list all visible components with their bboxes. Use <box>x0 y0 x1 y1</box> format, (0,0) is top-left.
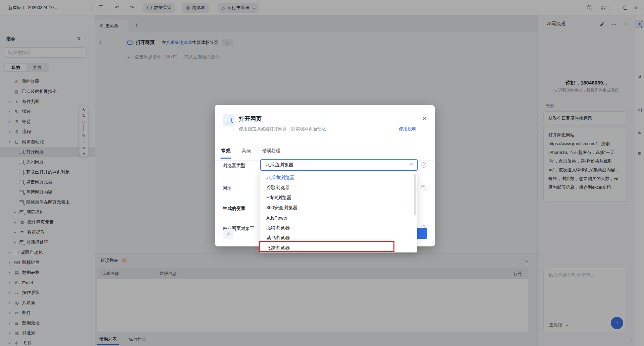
resize-handle[interactable]: ⋰ <box>429 241 433 246</box>
annotation-highlight-box <box>259 241 394 252</box>
dropdown-scrollbar[interactable] <box>414 174 416 215</box>
dropdown-option-1[interactable]: 八爪鱼浏览器 <box>260 173 417 183</box>
usage-help-link[interactable]: 使用说明 <box>399 126 416 132</box>
chevron-up-icon <box>410 163 413 167</box>
favorite-star-button[interactable]: ☆ <box>223 229 233 239</box>
browser-type-label: 浏览器类型 <box>223 163 246 169</box>
dialog-title: 打开网页 <box>239 115 262 123</box>
dropdown-option-6[interactable]: 比特浏览器 <box>260 223 417 233</box>
tab-error-handling[interactable]: 错误处理 <box>262 148 280 159</box>
dropdown-option-5[interactable]: AdsPower <box>260 213 417 223</box>
browser-type-select[interactable]: 八爪鱼浏览器 <box>260 159 418 171</box>
close-icon[interactable]: ✕ <box>422 115 427 122</box>
url-label: 网址 <box>223 185 232 191</box>
help-icon[interactable]: ? <box>421 162 426 168</box>
browser-type-dropdown: 八爪鱼浏览器谷歌浏览器Edge浏览器360安全浏览器AdsPower比特浏览器紫… <box>260 171 417 252</box>
help-icon[interactable]: ? <box>421 185 426 190</box>
open-webpage-icon: + <box>226 118 232 122</box>
variable-placeholder-dashes: - - <box>420 206 427 210</box>
generated-variable-label: 生成的变量 <box>223 206 246 212</box>
dialog-icon-tile: + <box>223 114 235 126</box>
dialog-subtitle: 使用指定浏览器打开网页，以实现网页自动化 <box>239 126 326 132</box>
dropdown-option-2[interactable]: 谷歌浏览器 <box>260 183 417 193</box>
dropdown-option-3[interactable]: Edge浏览器 <box>260 193 417 203</box>
tab-general[interactable]: 常规 <box>221 148 230 159</box>
tab-advanced[interactable]: 高级 <box>242 148 251 159</box>
dropdown-option-4[interactable]: 360安全浏览器 <box>260 203 417 213</box>
